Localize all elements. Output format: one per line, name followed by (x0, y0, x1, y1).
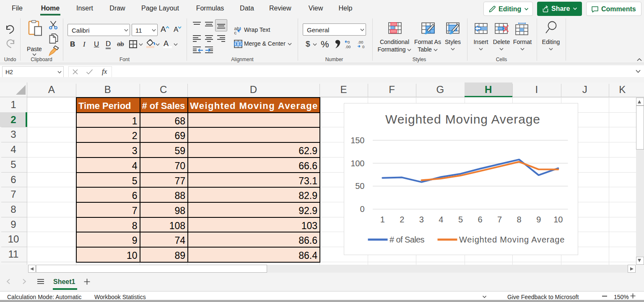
svg-text:0: 0 (348, 40, 350, 44)
svg-text:4: 4 (439, 215, 443, 224)
svg-text:9: 9 (536, 215, 541, 224)
svg-text:2: 2 (400, 215, 404, 224)
svg-text:Weighted Moving Average: Weighted Moving Average (385, 112, 540, 126)
svg-text:1: 1 (380, 215, 384, 224)
svg-text:c: c (234, 30, 237, 35)
svg-text:# of Sales: # of Sales (390, 235, 425, 244)
svg-text:.00: .00 (345, 44, 351, 49)
svg-text:Weighted Moving Average: Weighted Moving Average (459, 235, 565, 244)
svg-text:6: 6 (478, 215, 482, 224)
svg-text:5: 5 (458, 215, 462, 224)
svg-text:150: 150 (351, 136, 364, 145)
svg-text:50: 50 (355, 182, 364, 191)
svg-text:10: 10 (553, 215, 563, 224)
svg-text:.00: .00 (358, 40, 363, 44)
svg-text:0: 0 (362, 44, 364, 49)
svg-text:3: 3 (419, 215, 423, 224)
svg-text:8: 8 (517, 215, 521, 224)
svg-text:100: 100 (351, 159, 364, 168)
svg-text:0: 0 (360, 204, 364, 214)
svg-text:7: 7 (497, 215, 502, 224)
